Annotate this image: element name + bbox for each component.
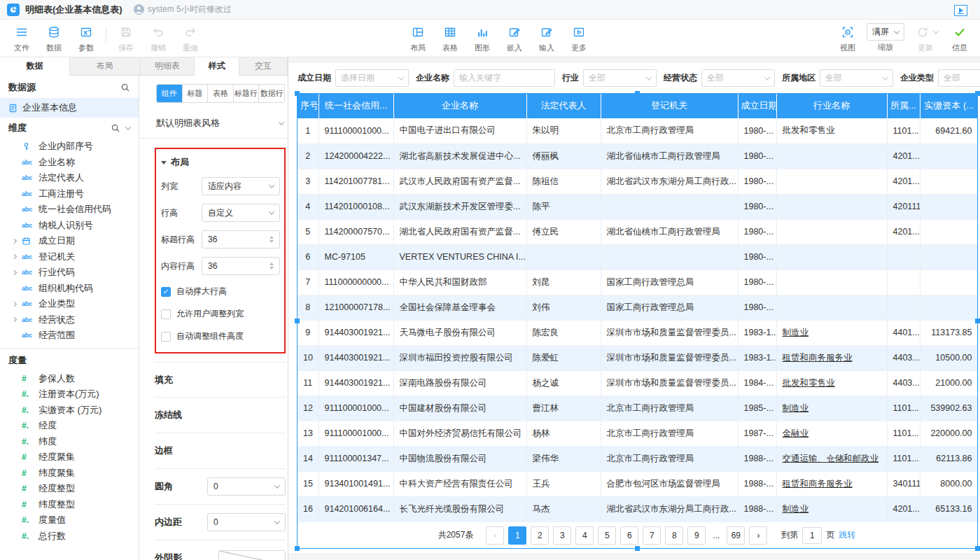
style-section-外阴影[interactable]: 外阴影	[155, 540, 286, 560]
measure-field-item[interactable]: #.度量值	[0, 512, 139, 528]
column-header-6[interactable]: 行业名称	[776, 93, 887, 118]
expand-arrow-icon[interactable]	[13, 255, 22, 258]
col-width-select[interactable]: 适应内容	[202, 177, 280, 195]
content-row-height-input[interactable]: 36	[202, 257, 280, 275]
page-button-5[interactable]: 5	[598, 526, 616, 545]
segment-组件[interactable]: 组件	[157, 85, 183, 102]
dimension-field-item[interactable]: abc经营范围	[0, 328, 139, 344]
expand-arrow-icon[interactable]	[13, 318, 22, 321]
style-section-填充[interactable]: 填充	[155, 362, 286, 398]
expand-arrow-icon[interactable]	[13, 239, 22, 243]
measure-field-item[interactable]: #.经度	[0, 418, 139, 434]
column-header-3[interactable]: 法定代表人	[526, 93, 601, 118]
page-button-8[interactable]: 8	[665, 526, 683, 545]
layout-section-header[interactable]: 布局	[156, 156, 280, 169]
report-canvas[interactable]: 成立日期选择日期企业名称输入关键字行业全部经营状态全部所属地区全部企业类型全部 …	[288, 57, 980, 560]
dimension-field-item[interactable]: abc纳税人识别号	[0, 218, 139, 234]
圆角-select[interactable]: 0	[207, 477, 286, 496]
detail-table-component[interactable]: 成立日期选择日期企业名称输入关键字行业全部经营状态全部所属地区全部企业类型全部 …	[288, 63, 980, 553]
dimension-field-item[interactable]: abc经营状态	[0, 312, 139, 328]
page-button-7[interactable]: 7	[643, 526, 661, 545]
chevron-down-icon[interactable]	[125, 124, 131, 130]
search-icon[interactable]	[120, 83, 130, 92]
column-header-2[interactable]: 企业名称	[393, 93, 526, 118]
zoom-level-dropdown[interactable]: 满屏	[867, 23, 904, 41]
datasource-item[interactable]: 企业基本信息	[0, 98, 139, 118]
dimension-field-item[interactable]: abc登记机关	[0, 249, 139, 265]
table-style-dropdown[interactable]: 默认明细表风格	[156, 113, 284, 134]
segment-标题[interactable]: 标题	[183, 85, 209, 102]
toolbar-chart-button[interactable]: 图形	[466, 23, 498, 53]
toolbar-redo-button[interactable]: 重做	[174, 23, 206, 53]
toolbar-data-button[interactable]: 数据	[38, 23, 70, 53]
preview-play-button[interactable]	[954, 5, 967, 16]
toolbar-file-button[interactable]: 文件	[6, 23, 38, 53]
dimension-field-item[interactable]: abc企业类型	[0, 296, 139, 312]
tab-数据[interactable]: 数据	[0, 57, 70, 76]
dimension-field-item[interactable]: 企业内部序号	[0, 139, 139, 155]
dimension-field-item[interactable]: abc法定代表人	[0, 170, 139, 186]
toolbar-undo-button[interactable]: 撤销	[142, 23, 174, 53]
goto-jump-button[interactable]: 跳转	[839, 529, 855, 541]
checkbox-icon[interactable]: ✓	[161, 287, 171, 297]
column-header-7[interactable]: 所属...	[887, 93, 920, 118]
filter-企业名称-control[interactable]: 输入关键字	[454, 69, 555, 87]
measure-field-item[interactable]: #.实缴资本 (万元)	[0, 402, 139, 419]
checkbox-icon[interactable]	[161, 332, 171, 342]
内边距-select[interactable]: 0	[207, 513, 286, 531]
column-header-5[interactable]: 成立日期	[738, 93, 776, 118]
dimension-field-item[interactable]: abc行业代码	[0, 265, 139, 281]
spinner-arrows-icon[interactable]	[270, 236, 274, 243]
filter-所属地区-control[interactable]: 全部	[820, 69, 893, 87]
page-button-6[interactable]: 6	[620, 526, 638, 545]
column-header-8[interactable]: 实缴资本 (...	[920, 93, 978, 118]
style-section-内边距[interactable]: 内边距0	[155, 505, 286, 540]
page-button-3[interactable]: 3	[553, 526, 571, 545]
chevron-down-icon[interactable]	[932, 28, 938, 34]
row-height-select[interactable]: 自定义	[202, 204, 280, 222]
checkbox-自动撑大行高[interactable]: ✓自动撑大行高	[156, 286, 280, 298]
measure-field-item[interactable]: #纬度聚集	[0, 465, 139, 482]
prev-page-button[interactable]: ‹	[486, 526, 504, 545]
filter-成立日期-control[interactable]: 选择日期	[335, 69, 409, 87]
toolbar-input-button[interactable]: 输入	[531, 23, 563, 53]
segment-标题行[interactable]: 标题行	[234, 85, 260, 102]
measure-field-item[interactable]: #.纬度	[0, 434, 139, 450]
column-header-1[interactable]: 统一社会信用...	[318, 93, 393, 118]
segment-表格[interactable]: 表格	[208, 85, 234, 102]
page-button-9[interactable]: 9	[687, 526, 706, 545]
shadow-picker[interactable]	[218, 550, 286, 560]
style-section-冻结线[interactable]: 冻结线	[155, 398, 286, 433]
tab-布局[interactable]: 布局	[70, 57, 141, 75]
measure-field-item[interactable]: #经度聚集	[0, 449, 139, 465]
toolbar-view-button[interactable]: 视图	[832, 23, 864, 53]
style-section-边框[interactable]: 边框	[155, 433, 286, 469]
column-header-4[interactable]: 登记机关	[601, 93, 738, 118]
toolbar-save-button[interactable]: 保存	[110, 23, 142, 53]
dimension-field-item[interactable]: abc工商注册号	[0, 186, 139, 202]
toolbar-refresh-button[interactable]: 更新	[907, 23, 944, 53]
checkbox-允许用户调整列宽[interactable]: 允许用户调整列宽	[156, 308, 280, 320]
next-page-button[interactable]: ›	[749, 526, 767, 545]
dimension-field-item[interactable]: abc统一社会信用代码	[0, 202, 139, 218]
dimension-field-item[interactable]: abc组织机构代码	[0, 281, 139, 297]
page-button-4[interactable]: 4	[575, 526, 594, 545]
page-button-69[interactable]: 69	[727, 526, 745, 545]
tab-样式[interactable]: 样式	[195, 57, 239, 76]
toolbar-table-button[interactable]: 表格	[434, 23, 466, 53]
header-row-height-input[interactable]: 36	[202, 230, 280, 248]
segment-数据行[interactable]: 数据行	[259, 85, 284, 102]
search-icon[interactable]	[111, 123, 120, 133]
expand-arrow-icon[interactable]	[13, 302, 22, 306]
tab-交互[interactable]: 交互	[239, 57, 288, 75]
column-header-0[interactable]: 序号	[298, 93, 318, 118]
toolbar-more-button[interactable]: 更多	[563, 23, 595, 53]
measure-field-item[interactable]: #参保人数	[0, 371, 139, 387]
goto-page-input[interactable]: 1	[802, 527, 822, 544]
toolbar-params-button[interactable]: 参数	[70, 23, 102, 53]
dimension-field-item[interactable]: abc企业名称	[0, 155, 139, 171]
filter-行业-control[interactable]: 全部	[583, 69, 657, 87]
style-section-圆角[interactable]: 圆角0	[155, 469, 286, 505]
measure-field-item[interactable]: #.注册资本(万元)	[0, 386, 139, 402]
page-button-1[interactable]: 1	[508, 526, 526, 545]
